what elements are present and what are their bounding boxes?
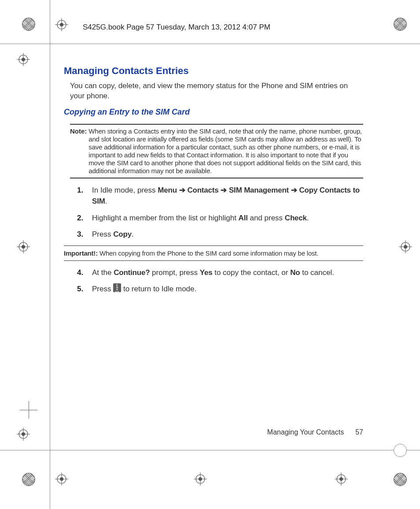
intro-paragraph: You can copy, delete, and view the memor…: [70, 81, 363, 101]
registration-disc: [22, 473, 35, 486]
registration-target-icon: [17, 53, 30, 66]
divider: [70, 124, 363, 125]
divider: [70, 178, 363, 178]
registration-target-icon: [399, 240, 412, 253]
registration-target-icon: [17, 240, 30, 253]
registration-circle: [394, 444, 407, 457]
note-body: When storing a Contacts entry into the S…: [88, 127, 363, 175]
page-footer: Managing Your Contacts57: [64, 428, 363, 436]
step-3: Press Copy.: [77, 229, 363, 240]
registration-target-icon: [55, 18, 68, 31]
step-5: Press ENDPWR to return to Idle mode.: [77, 283, 363, 295]
divider: [64, 245, 363, 246]
registration-disc: [394, 473, 407, 486]
footer-section-name: Managing Your Contacts: [267, 428, 344, 436]
important-label: Important!:: [64, 249, 98, 257]
end-pwr-key-icon: ENDPWR: [113, 283, 121, 292]
step-4: At the Continue? prompt, press Yes to co…: [77, 267, 363, 279]
registration-target-icon: [17, 427, 30, 441]
section-title: Managing Contacts Entries: [64, 65, 363, 77]
page-content: Managing Contacts Entries You can copy, …: [64, 65, 363, 300]
important-body: When copying from the Phone to the SIM c…: [99, 249, 318, 257]
note-label: Note:: [70, 127, 87, 175]
registration-target-icon: [335, 472, 348, 486]
registration-target-icon: [194, 472, 207, 486]
registration-disc: [22, 18, 35, 31]
important-block: Important!: When copying from the Phone …: [64, 249, 363, 257]
step-1: In Idle mode, press Menu ➔ Contacts ➔ SI…: [77, 185, 363, 207]
divider: [64, 260, 363, 261]
step-2: Highlight a member from the list or high…: [77, 212, 363, 224]
subsection-title: Copying an Entry to the SIM Card: [64, 108, 363, 117]
note-block: Note: When storing a Contacts entry into…: [70, 127, 363, 175]
registration-disc: [394, 18, 407, 31]
running-head: S425G.book Page 57 Tuesday, March 13, 20…: [83, 23, 270, 32]
registration-target-icon: [55, 472, 68, 486]
steps-list-b: At the Continue? prompt, press Yes to co…: [77, 267, 363, 295]
page-number: 57: [355, 428, 363, 436]
steps-list-a: In Idle mode, press Menu ➔ Contacts ➔ SI…: [77, 185, 363, 240]
